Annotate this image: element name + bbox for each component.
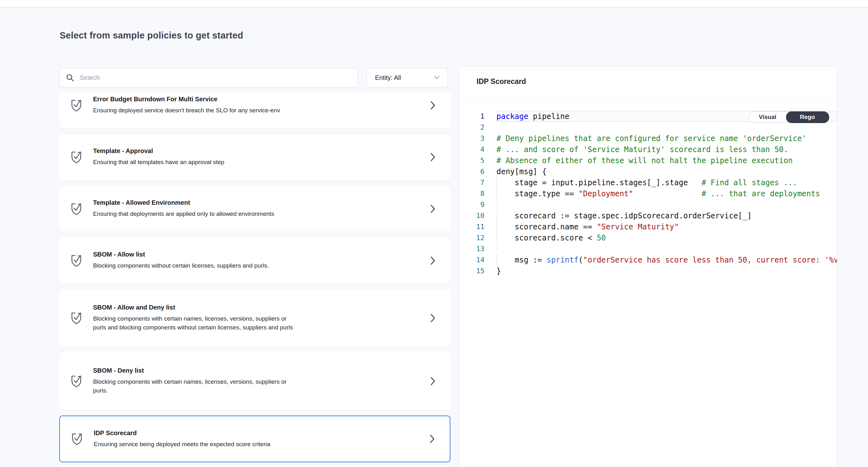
policy-card-title: Template - Approval [93,147,406,155]
code-content: # ... and score of 'Service Maturity' sc… [496,145,788,154]
policy-card-text: SBOM - Deny listBlocking components with… [93,367,451,395]
policy-card-title: SBOM - Deny list [93,367,406,374]
code-line: 9 [459,199,837,210]
code-content: scorecard.score < 50 [496,233,606,242]
code-content: # Absence of either of these will not ha… [496,156,793,165]
policy-card-description: Ensuring that deployments are applied on… [93,209,406,218]
chevron-right-icon [431,314,435,322]
code-content: scorecard := stage.spec.idpScorecard.ord… [496,211,752,220]
code-content: msg := sprintf("orderService has score l… [496,256,837,264]
shield-check-icon [70,311,83,325]
rego-mode-button[interactable]: Rego [786,111,829,123]
code-line: 4# ... and score of 'Service Maturity' s… [459,144,837,155]
visual-mode-button[interactable]: Visual [749,112,786,122]
policy-card-partial[interactable] [59,465,451,467]
line-number: 14 [459,256,485,264]
chevron-right-icon [430,435,435,443]
entity-filter-label: Entity: All [375,74,401,81]
code-line: 3# Deny pipelines that are configured fo… [459,133,837,144]
policy-card-title: IDP Scorecard [94,430,406,437]
code-content: deny[msg] { [496,167,547,176]
policy-card-text: SBOM - Allow listBlocking components wit… [93,251,451,270]
code-editor[interactable]: Visual Rego 1package pipeline23# Deny pi… [459,103,837,467]
entity-filter-dropdown[interactable]: Entity: All [367,68,448,87]
chevron-down-icon [434,76,439,79]
policy-list: Error Budget Burndown For Multi ServiceE… [59,92,451,467]
code-content: stage = input.pipeline.stages[_].stage #… [496,178,797,187]
line-number: 8 [459,189,485,198]
line-number: 10 [459,212,485,220]
policy-card-text: Error Budget Burndown For Multi ServiceE… [93,96,451,115]
policy-card[interactable]: Template - Allowed EnvironmentEnsuring t… [59,186,451,232]
editor-mode-toggle: Visual Rego [748,111,829,123]
line-number: 1 [459,112,485,120]
policy-card-text: Template - ApprovalEnsuring that all tem… [93,147,451,167]
policy-card[interactable]: IDP ScorecardEnsuring service being depl… [59,415,451,462]
policy-detail-header: IDP Scorecard [459,66,837,103]
chevron-right-icon [431,204,435,213]
line-number: 7 [459,179,485,186]
chevron-right-icon [431,153,435,161]
policy-card-title: SBOM - Allow list [93,251,406,258]
policy-card[interactable]: Error Budget Burndown For Multi ServiceE… [59,92,451,128]
policy-card-text: SBOM - Allow and Deny listBlocking compo… [93,304,451,332]
line-number: 6 [459,168,485,175]
shield-check-icon [70,202,83,216]
shield-check-icon [70,253,83,268]
policy-card-description: Blocking components with certain names, … [93,377,406,395]
chevron-right-icon [431,377,435,385]
policy-detail-title: IDP Scorecard [476,77,526,86]
code-content: } [496,267,501,275]
code-content: package pipeline [496,112,569,121]
code-line: 13 [459,243,837,254]
page-title: Select from sample policies to get start… [60,30,243,41]
line-number: 13 [459,245,485,253]
line-number: 3 [459,135,485,142]
chevron-right-icon [431,101,435,110]
policy-card[interactable]: SBOM - Deny listBlocking components with… [59,352,451,410]
policy-card[interactable]: SBOM - Allow and Deny listBlocking compo… [59,289,451,347]
code-line: 11 scorecard.name == "Service Maturity" [459,221,837,232]
code-content: # Deny pipelines that are configured for… [496,134,806,143]
policy-card-title: Error Budget Burndown For Multi Service [93,96,406,103]
policy-card-title: Template - Allowed Environment [93,199,406,206]
policy-card-description: Ensuring that all templates have an appr… [93,158,406,167]
policy-detail-panel: IDP Scorecard Visual Rego 1package pipel… [459,66,837,467]
top-bar [0,0,868,7]
line-number: 11 [459,223,485,231]
chevron-right-icon [431,256,435,265]
shield-check-icon [70,98,83,113]
search-input-container[interactable] [59,68,358,87]
code-line: 15} [459,265,837,276]
policy-card-text: Template - Allowed EnvironmentEnsuring t… [93,199,451,218]
shield-check-icon [70,374,83,388]
line-number: 12 [459,234,485,242]
policy-card-title: SBOM - Allow and Deny list [93,304,406,311]
code-line: 5# Absence of either of these will not h… [459,155,837,166]
code-line: 10 scorecard := stage.spec.idpScorecard.… [459,210,837,221]
line-number: 2 [459,123,485,131]
policy-card-description: Ensuring deployed service doesn't breach… [93,106,406,115]
code-line: 2 [459,122,837,133]
policy-card-description: Blocking components without certain lice… [93,261,406,270]
code-line: 12 scorecard.score < 50 [459,232,837,243]
shield-check-icon [70,150,83,165]
policy-card-text: IDP ScorecardEnsuring service being depl… [94,430,450,449]
line-number: 9 [459,201,485,209]
code-line: 8 stage.type == "Deployment" # ... that … [459,188,837,199]
policy-card-description: Ensuring service being deployed meets th… [94,440,406,449]
shield-check-icon [71,432,83,446]
code-line: 7 stage = input.pipeline.stages[_].stage… [459,177,837,188]
policy-card[interactable]: Template - ApprovalEnsuring that all tem… [59,134,451,180]
code-content: stage.type == "Deployment" # ... that ar… [496,189,820,198]
code-line: 14 msg := sprintf("orderService has scor… [459,254,837,265]
search-input[interactable] [79,74,358,82]
line-number: 4 [459,145,485,153]
search-icon [66,74,74,82]
code-content: scorecard.name == "Service Maturity" [496,223,679,231]
line-number: 15 [459,267,485,275]
code-line: 6deny[msg] { [459,166,837,177]
policy-card[interactable]: SBOM - Allow listBlocking components wit… [59,238,451,283]
policy-card-description: Blocking components with certain names, … [93,314,406,332]
line-number: 5 [459,156,485,165]
